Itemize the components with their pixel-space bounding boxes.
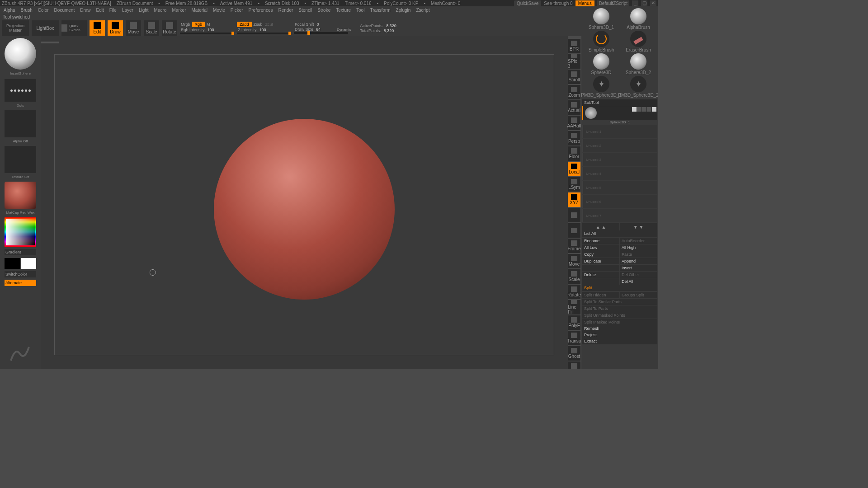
primary-color-swatch[interactable] [21,258,36,269]
menu-movie[interactable]: Movie [211,8,227,13]
duplicate-button[interactable]: Duplicate [582,258,619,264]
tool-pm3d_sphere3d_1[interactable]: ✦PM3D_Sphere3D_1 [583,76,619,98]
nav-aahalf[interactable]: AAHalf [568,116,580,130]
subtool-item-active[interactable] [582,106,657,120]
gradient-toggle[interactable]: Gradient [5,249,36,255]
menu-marker[interactable]: Marker [170,8,188,13]
subtool-item-empty[interactable]: Unused 6 [582,195,657,208]
document-viewport[interactable] [54,54,554,355]
subtool-item-empty[interactable]: Unused 7 [582,209,657,222]
brush-preview[interactable] [5,38,36,70]
nav-spix-3[interactable]: SPix 3 [568,54,580,69]
secondary-color-swatch[interactable] [5,258,20,269]
close-icon[interactable]: ✕ [650,0,656,6]
m-toggle[interactable]: M [206,22,211,27]
all-low-button[interactable]: All Low [582,244,619,251]
insert-button[interactable]: Insert [620,265,657,271]
nav-scale[interactable]: Scale [568,269,580,284]
nav-transp[interactable]: Transp [568,331,580,345]
nav-actual[interactable]: Actual [568,100,580,115]
draw-size-slider[interactable] [294,32,348,34]
nav-blank[interactable] [568,208,580,222]
texture-selector[interactable] [5,146,36,173]
menu-edit[interactable]: Edit [94,8,106,13]
menu-draw[interactable]: Draw [78,8,92,13]
menu-file[interactable]: File [108,8,118,13]
menu-stroke[interactable]: Stroke [316,8,332,13]
rgb-intensity-slider[interactable] [180,33,234,34]
eye-icon[interactable] [652,107,656,112]
project-section[interactable]: Project [582,332,657,338]
sphere-mesh[interactable] [214,119,395,300]
nav-frame[interactable]: Frame [568,239,580,253]
see-through-slider[interactable]: See-through 0 [544,1,572,6]
nav-move[interactable]: Move [568,254,580,268]
rename-button[interactable]: Rename [582,238,619,244]
nav-xyz[interactable]: XYZ [568,192,580,207]
edit-button[interactable]: Edit [90,20,105,36]
menu-texture[interactable]: Texture [334,8,353,13]
tool-pm3d_sphere3d_2[interactable]: ✦PM3D_Sphere3D_2 [620,76,656,98]
projection-master-button[interactable]: Projection Master [2,20,29,36]
split-similar-button[interactable]: Split To Similar Parts [582,299,657,305]
zcut-toggle[interactable]: Zcut [264,22,274,27]
menu-macro[interactable]: Macro [152,8,169,13]
nav-rotate[interactable]: Rotate [568,285,580,299]
quick-sketch-button[interactable]: Quick Sketch [61,20,87,36]
nav-bpr[interactable]: BPR [568,39,580,53]
max-icon[interactable]: ▢ [641,0,647,6]
autoreorder-button[interactable]: AutoReorder [620,238,657,244]
color-picker[interactable] [5,217,36,247]
nav-polyf[interactable]: PolyF [568,315,580,330]
menu-layer[interactable]: Layer [120,8,135,13]
subtool-item-empty[interactable]: Unused 3 [582,153,657,166]
nav-persp[interactable]: Persp [568,131,580,145]
menu-picker[interactable]: Picker [229,8,245,13]
append-button[interactable]: Append [620,258,657,264]
extract-section[interactable]: Extract [582,338,657,344]
tool-alphabrush[interactable]: AlphaBrush [620,8,656,30]
menu-zplugin[interactable]: Zplugin [394,8,413,13]
subtool-item-empty[interactable]: Unused 4 [582,167,657,180]
alternate-button[interactable]: Alternate [5,280,36,286]
nav-solo[interactable]: Solo [568,361,580,369]
draw-button[interactable]: Draw [108,20,123,36]
nav-floor[interactable]: Floor [568,146,580,161]
menu-light[interactable]: Light [137,8,151,13]
subtool-item-empty[interactable]: Unused 5 [582,181,657,194]
menu-tool[interactable]: Tool [354,8,366,13]
menu-zscript[interactable]: Zscript [414,8,431,13]
switch-color-button[interactable]: SwitchColor [5,271,36,277]
nav-zoom[interactable]: Zoom [568,85,580,99]
menu-document[interactable]: Document [52,8,77,13]
menu-color[interactable]: Color [36,8,51,13]
menu-material[interactable]: Material [190,8,210,13]
tool-sphere3d_1[interactable]: Sphere3D_1 [583,8,619,30]
tool-simplebrush[interactable]: SimpleBrush [583,31,619,52]
dynamic-toggle[interactable]: Dynamic [336,28,352,32]
split-unmasked-button[interactable]: Split Unmasked Points [582,312,657,319]
list-all-button[interactable]: List All [582,230,657,237]
stroke-selector[interactable] [5,79,36,102]
subtool-down-buttons[interactable]: ▼ ▼ [620,223,657,230]
z-intensity-slider[interactable] [237,33,291,34]
zsub-toggle[interactable]: Zsub [253,22,264,27]
move-button[interactable]: Move [126,20,141,36]
subtool-header[interactable]: SubTool [582,99,657,106]
split-masked-button[interactable]: Split Masked Points [582,319,657,325]
nav-line-fill[interactable]: Line Fill [568,300,580,314]
all-high-button[interactable]: All High [620,244,657,251]
tool-sphere3d[interactable]: Sphere3D [583,53,619,75]
menus-toggle[interactable]: Menus [576,0,594,6]
subtool-item-empty[interactable]: Unused 2 [582,139,657,152]
delete-button[interactable]: Delete [582,272,619,278]
remesh-section[interactable]: Remesh [582,325,657,332]
material-selector[interactable] [5,182,36,209]
nav-blank[interactable] [568,223,580,238]
scale-button[interactable]: Scale [144,20,159,36]
nav-ghost[interactable]: Ghost [568,346,580,361]
nav-scroll[interactable]: Scroll [568,70,580,84]
groups-split-button[interactable]: Groups Split [620,292,657,298]
menu-preferences[interactable]: Preferences [247,8,275,13]
quicksave-button[interactable]: QuickSave [514,0,541,6]
